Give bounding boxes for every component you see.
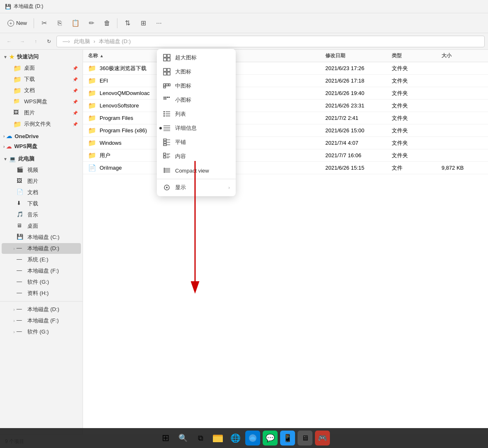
sidebar-item-g[interactable]: — 软件 (G:) (2, 277, 81, 287)
show-icon (163, 183, 171, 192)
sidebar-item-h[interactable]: — 资料 (H:) (2, 288, 81, 299)
sidebar-item-f[interactable]: — 本地磁盘 (F:) (2, 265, 81, 276)
sidebar-item-c[interactable]: 💾 本地磁盘 (C:) (2, 232, 81, 243)
c-drive-icon: 💾 (17, 234, 24, 241)
menu-label-extra-large: 超大图标 (175, 54, 197, 61)
back-button[interactable]: ← (3, 36, 15, 47)
menu-item-list[interactable]: 列表 (157, 107, 236, 121)
g2-expand: › (13, 329, 15, 334)
sort-button[interactable]: ⇅ (120, 16, 135, 31)
wps-cloud-chevron: › (3, 144, 5, 149)
menu-item-tile[interactable]: 平铺 (157, 135, 236, 149)
menu-item-detail[interactable]: 详细信息 (157, 121, 236, 135)
file-item-user[interactable]: 📁 用户 2021/7/7 16:06 文件夹 (83, 149, 488, 162)
address-path[interactable]: —› 此电脑 › 本地磁盘 (D:) (56, 36, 485, 47)
sidebar-item-d2[interactable]: › — 本地磁盘 (D:) (2, 304, 81, 315)
d2-expand: › (13, 307, 15, 312)
sidebar-item-download[interactable]: 📁 下载 📌 (2, 74, 81, 85)
rename-button[interactable]: ✏ (84, 16, 99, 31)
sidebar-item-document[interactable]: 📄 文档 (2, 187, 81, 198)
file-type-lenovo-ss: 文件夹 (392, 102, 442, 110)
quick-access-header[interactable]: ▼ ★ 快速访问 (0, 51, 83, 62)
sidebar-item-dl[interactable]: ⬇ 下载 (2, 198, 81, 209)
file-date-efi: 2021/6/26 17:18 (325, 78, 392, 84)
file-type-pfx86: 文件夹 (392, 127, 442, 134)
svg-rect-14 (167, 97, 168, 98)
svg-rect-13 (165, 97, 166, 98)
medium-icon (163, 82, 171, 90)
onedrive-header[interactable]: › ☁ OneDrive (0, 131, 83, 141)
copy-button[interactable]: ⎘ (52, 16, 67, 31)
taskbar-monitor-icon[interactable]: 🖥 (298, 431, 312, 446)
menu-item-show[interactable]: 显示 › (157, 180, 236, 195)
taskbar-explorer-icon[interactable] (210, 431, 225, 446)
file-item-pfx86[interactable]: 📁 Program Files (x86) 2021/6/26 15:00 文件… (83, 124, 488, 137)
sidebar-item-video[interactable]: 🎬 视频 (2, 165, 81, 175)
col-date[interactable]: 修改日期 (325, 52, 392, 59)
sidebar-item-docs[interactable]: 📁 文档 📌 (2, 85, 81, 96)
file-item-pf[interactable]: 📁 Program Files 2021/7/2 2:41 文件夹 (83, 112, 488, 124)
menu-item-small[interactable]: 小图标 (157, 93, 236, 107)
file-date-lenovo-qm: 2021/6/26 19:40 (325, 90, 392, 96)
taskbar-chrome-icon[interactable]: 🌐 (228, 431, 243, 446)
forward-button[interactable]: → (17, 36, 28, 47)
svg-rect-0 (163, 54, 166, 57)
sidebar-item-d[interactable]: › — 本地磁盘 (D:) (2, 243, 81, 254)
menu-item-large[interactable]: 大图标 (157, 65, 236, 79)
sidebar-item-desktop[interactable]: 📁 桌面 📌 (2, 63, 81, 73)
file-item-lenovo-qm[interactable]: 📁 LenovoQMDownloac 2021/6/26 19:40 文件夹 (83, 87, 488, 100)
col-size[interactable]: 大小 (442, 52, 483, 59)
path-separator: › (93, 38, 95, 44)
file-item-ori[interactable]: 📄 OriImage 2021/6/26 15:15 文件 9,872 KB (83, 162, 488, 174)
cut-button[interactable]: ✂ (37, 16, 51, 31)
file-label-user: 用户 (100, 152, 110, 159)
delete-button[interactable]: 🗑 (100, 16, 115, 31)
menu-divider (157, 179, 236, 179)
wps-cloud-icon: ☁ (6, 144, 12, 150)
file-item-windows[interactable]: 📁 Windows 2021/7/4 4:07 文件夹 (83, 137, 488, 149)
taskbar-wechat-icon[interactable]: 💬 (263, 431, 278, 446)
file-item-efi[interactable]: 📁 EFI 2021/6/26 17:18 文件夹 (83, 75, 488, 87)
menu-item-compact[interactable]: Compact view (157, 163, 236, 178)
file-item-360[interactable]: 📁 360极速浏览器下载 2021/6/23 17:26 文件夹 (83, 62, 488, 75)
sidebar-item-e[interactable]: — 系统 (E:) (2, 254, 81, 265)
view-button[interactable]: ⊞ (136, 16, 151, 31)
desktop-pin-icon: 📌 (73, 66, 78, 71)
paste-button[interactable]: 📋 (68, 16, 83, 31)
svg-rect-7 (167, 72, 170, 75)
taskbar-task-view-icon[interactable]: ⧉ (193, 431, 208, 446)
pic-icon: 🖼 (17, 178, 24, 185)
refresh-button[interactable]: ↻ (43, 36, 55, 47)
col-type[interactable]: 类型 (392, 52, 442, 59)
new-button[interactable]: + New (3, 17, 31, 29)
up-button[interactable]: ↑ (30, 36, 41, 47)
example-folder-icon: 📁 (13, 120, 21, 128)
sidebar-item-dsk[interactable]: 🖥 桌面 (2, 221, 81, 231)
menu-item-extra-large[interactable]: 超大图标 (157, 51, 236, 65)
sidebar-item-pic-label: 图片 (27, 178, 38, 185)
small-icon (163, 96, 171, 104)
sidebar: ▼ ★ 快速访问 📁 桌面 📌 📁 下载 📌 📁 文档 📌 📁 WPS网盘 📌 … (0, 50, 83, 435)
sidebar-item-example[interactable]: 📁 示例文件夹 📌 (2, 119, 81, 129)
dl-icon: ⬇ (17, 200, 24, 207)
wps-cloud-header[interactable]: › ☁ WPS网盘 (0, 141, 83, 152)
sidebar-item-music[interactable]: 🎵 音乐 (2, 209, 81, 220)
svg-rect-28 (163, 139, 166, 141)
sidebar-item-g2[interactable]: › — 软件 (G:) (2, 326, 81, 337)
sidebar-item-pic[interactable]: 🖼 图片 (2, 176, 81, 187)
sidebar-item-f2[interactable]: › — 本地磁盘 (F:) (2, 315, 81, 326)
taskbar-game-icon[interactable]: 🎮 (315, 431, 330, 446)
more-button[interactable]: ··· (151, 16, 166, 31)
file-item-lenovo-ss[interactable]: 📁 LenovoSoftstore 2021/6/26 23:31 文件夹 (83, 100, 488, 112)
menu-item-medium[interactable]: 中图标 (157, 79, 236, 93)
example-pin-icon: 📌 (73, 122, 78, 127)
taskbar-search-icon[interactable]: 🔍 (176, 431, 190, 446)
thispc-header[interactable]: ▼ 💻 此电脑 (0, 153, 83, 164)
sidebar-item-wps[interactable]: 📁 WPS网盘 📌 (2, 96, 81, 107)
taskbar-windows-icon[interactable]: ⊞ (158, 431, 173, 446)
menu-item-content[interactable]: 内容 (157, 149, 236, 163)
taskbar-phone-icon[interactable]: 📱 (280, 431, 295, 446)
taskbar-edge-icon[interactable] (245, 431, 260, 446)
menu-label-show: 显示 (175, 184, 186, 191)
sidebar-item-pictures[interactable]: 🖼 图片 📌 (2, 107, 81, 118)
